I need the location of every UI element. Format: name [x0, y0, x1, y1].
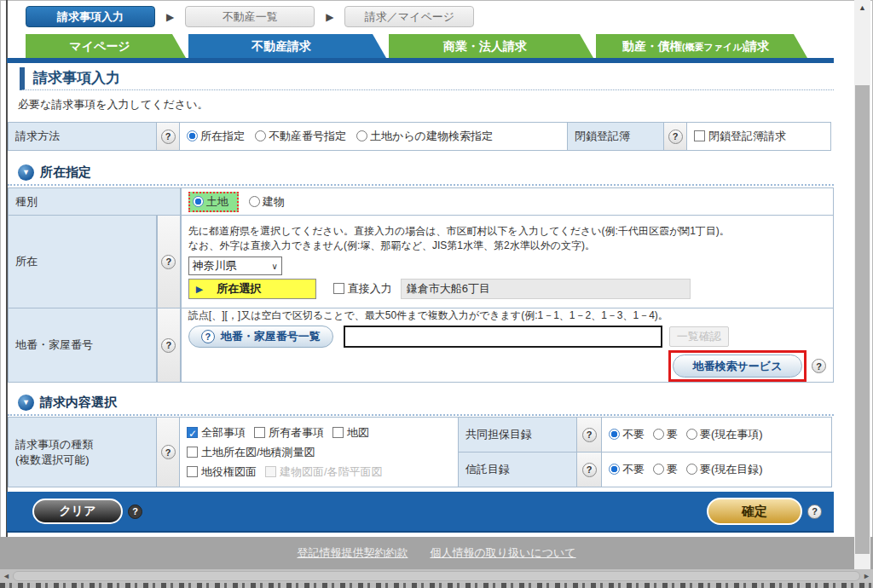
- checkbox-chizu[interactable]: 地図: [332, 424, 369, 441]
- tab-corporate[interactable]: 商業・法人請求: [389, 34, 593, 58]
- kind-checkboxes: 全部事項 所有者事項 地図 土地所在図/地積測量図 地役権図面 建物図面/各階平…: [179, 417, 459, 487]
- checkbox-tatemono-zumen: 建物図面/各階平面図: [265, 463, 383, 481]
- step-property-list: 不動産一覧: [185, 6, 315, 27]
- closed-registry-help-cell: ?: [663, 122, 687, 151]
- radio-icon: [686, 429, 697, 440]
- horizontal-scrollbar[interactable]: ◄ ►: [0, 569, 873, 583]
- checkbox-direct-input[interactable]: 直接入力: [333, 281, 392, 297]
- radio-label: 建物: [263, 195, 285, 208]
- radio-tatemono-kensaku[interactable]: 土地からの建物検索指定: [356, 129, 493, 144]
- section-title: 所在指定: [40, 164, 91, 181]
- radio-joint-yo-genzai[interactable]: 要(現在事項): [686, 427, 763, 442]
- vertical-scrollbar[interactable]: ▲: [854, 0, 870, 569]
- radio-shozai-shitei[interactable]: 所在指定: [187, 129, 245, 144]
- checkbox-label: 所有者事項: [269, 426, 324, 439]
- trust-radios: 不要 要 要(現在目録): [601, 452, 832, 487]
- help-icon[interactable]: ?: [582, 463, 597, 477]
- help-icon[interactable]: ?: [812, 359, 826, 373]
- radio-tatemono[interactable]: 建物: [249, 194, 285, 210]
- tab-label-part: 動産・債権: [622, 39, 682, 53]
- radio-trust-yo[interactable]: 要: [653, 462, 678, 477]
- location-row: 所在 ? 先に都道府県を選択してください。直接入力の場合は、市区町村以下を入力し…: [8, 215, 834, 308]
- location-table: 種別 土地 建物 所在 ? 先に都道府県を選択してください。直接入力の場合は、市…: [8, 187, 834, 383]
- prefecture-value: 神奈川県: [193, 258, 237, 274]
- lot-number-help: 読点[、][，]又は空白で区切ることで、最大50件まで複数入力ができます(例:1…: [188, 308, 826, 323]
- radio-trust-yo-genzai[interactable]: 要(現在目録): [686, 462, 763, 477]
- lot-number-content: 読点[、][，]又は空白で区切ることで、最大50件まで複数入力ができます(例:1…: [181, 308, 834, 383]
- address-input[interactable]: [401, 279, 691, 299]
- content-table: 請求事項の種類 (複数選択可能) ? 全部事項 所有者事項 地図 土地所在図/地…: [8, 417, 834, 487]
- radio-icon: [609, 429, 620, 440]
- radio-trust-fuyo[interactable]: 不要: [609, 462, 645, 477]
- location-select-button[interactable]: ▶ 所在選択: [188, 279, 316, 299]
- footer: 登記情報提供契約約款 個人情報の取り扱いについて: [0, 537, 873, 569]
- checkbox-icon: [333, 283, 344, 294]
- checkbox-icon: [694, 130, 705, 141]
- privacy-link[interactable]: 個人情報の取り扱いについて: [430, 545, 575, 561]
- radio-label: 要(現在目録): [700, 463, 763, 476]
- trust-help-cell: ?: [576, 452, 602, 487]
- checkbox-zenbu-jiko[interactable]: 全部事項: [187, 424, 246, 441]
- checkbox-tochi-shozaizu[interactable]: 土地所在図/地積測量図: [187, 443, 315, 461]
- list-confirm-button: 一覧確認: [669, 326, 729, 347]
- lot-number-label: 地番・家屋番号: [8, 308, 157, 383]
- help-icon[interactable]: ?: [668, 130, 683, 144]
- scroll-up-icon[interactable]: ▲: [854, 0, 870, 14]
- radio-tochi[interactable]: 土地: [188, 192, 239, 212]
- checkbox-label: 地役権図面: [201, 465, 257, 478]
- radio-icon: [356, 130, 367, 141]
- checkbox-label: 地図: [347, 426, 369, 439]
- horizontal-scrollbar-track[interactable]: [13, 571, 860, 581]
- tab-mypage[interactable]: マイページ: [26, 34, 186, 58]
- checkbox-closed-registry[interactable]: 閉鎖登記簿請求: [694, 129, 786, 144]
- lot-number-input[interactable]: [344, 326, 662, 348]
- help-icon[interactable]: ?: [582, 428, 597, 442]
- request-method-options: 所在指定 不動産番号指定 土地からの建物検索指定: [179, 122, 568, 151]
- confirm-button[interactable]: 確定: [707, 498, 802, 525]
- prefecture-select[interactable]: 神奈川県 ∨: [188, 257, 282, 275]
- terms-link[interactable]: 登記情報提供契約約款: [297, 545, 408, 561]
- scroll-right-icon[interactable]: ►: [863, 572, 870, 580]
- closed-registry-option: 閉鎖登記簿請求: [686, 122, 831, 151]
- checkbox-label: 直接入力: [348, 282, 392, 295]
- help-icon[interactable]: ?: [161, 338, 176, 353]
- checkbox-icon: [187, 427, 198, 438]
- scroll-left-icon[interactable]: ◄: [3, 572, 10, 580]
- radio-label: 不要: [622, 463, 645, 476]
- radio-joint-fuyo[interactable]: 不要: [609, 427, 645, 442]
- checkbox-chiekiken-zumen[interactable]: 地役権図面: [187, 463, 257, 481]
- kind-label: 請求事項の種類 (複数選択可能): [8, 417, 157, 487]
- lot-number-list-button[interactable]: ? 地番・家屋番号一覧: [188, 326, 333, 348]
- trust-label: 信託目録: [458, 452, 577, 487]
- radio-fudosan-bango[interactable]: 不動産番号指定: [255, 129, 346, 144]
- checkbox-icon: [254, 427, 265, 438]
- tab-label-part: 請求: [745, 39, 769, 53]
- radio-icon: [255, 130, 266, 141]
- radio-joint-yo[interactable]: 要: [653, 427, 678, 442]
- section-location: ▼ 所在指定: [8, 160, 834, 186]
- radio-icon: [653, 429, 664, 440]
- request-method-row: 請求方法 ? 所在指定 不動産番号指定 土地からの建物検索指定 閉鎖登記簿 ? …: [8, 122, 834, 151]
- catalog-options: 共同担保目録 ? 不要 要 要(現在事項) 信託目録 ? 不要 要 要: [458, 417, 832, 487]
- chevron-down-icon: ∨: [271, 262, 277, 271]
- radio-icon: [686, 464, 697, 475]
- tab-real-estate[interactable]: 不動産請求: [188, 34, 386, 58]
- help-icon[interactable]: ?: [128, 504, 142, 519]
- help-icon[interactable]: ?: [807, 504, 822, 519]
- arrow-right-icon: ▶: [196, 284, 203, 295]
- tab-label-small: (概要ファイル): [682, 42, 745, 52]
- page-title: 請求事項入力: [20, 67, 834, 90]
- lot-search-service-button[interactable]: 地番検索サービス: [673, 355, 802, 378]
- vertical-scrollbar-thumb[interactable]: [855, 85, 870, 554]
- clear-button[interactable]: クリア: [32, 499, 123, 524]
- tab-movables-claims[interactable]: 動産・債権(概要ファイル)請求: [596, 34, 807, 58]
- location-label: 所在: [8, 215, 157, 308]
- lot-number-help-cell: ?: [157, 308, 181, 383]
- closed-registry-label: 閉鎖登記簿: [567, 122, 664, 151]
- help-icon[interactable]: ?: [161, 445, 176, 459]
- checkbox-shoyusha-jiko[interactable]: 所有者事項: [254, 424, 324, 441]
- help-icon[interactable]: ?: [161, 255, 176, 269]
- location-help-cell: ?: [157, 215, 181, 308]
- help-icon[interactable]: ?: [161, 130, 176, 144]
- step-arrow-icon: ▶: [326, 11, 333, 23]
